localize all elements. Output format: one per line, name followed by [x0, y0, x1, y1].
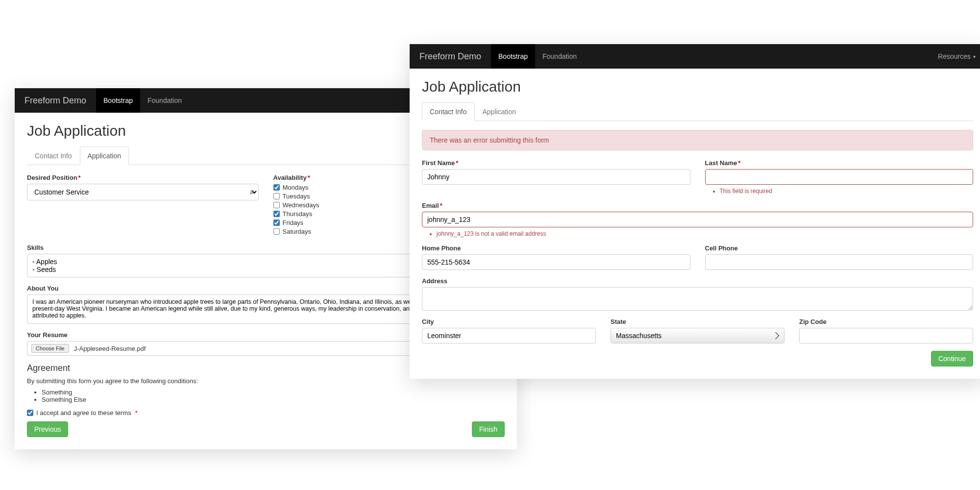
tab-contact-info[interactable]: Contact Info	[27, 147, 80, 165]
agreement-item: Something	[42, 389, 505, 396]
label-desired-position: Desired Position*	[27, 174, 259, 181]
field-zip: Zip Code	[799, 318, 973, 343]
label-cell-phone: Cell Phone	[705, 245, 974, 252]
label-zip: Zip Code	[799, 318, 973, 325]
availability-day-label: Thursdays	[283, 210, 313, 218]
nav-resources[interactable]: Resources ▾	[938, 52, 976, 60]
label-city: City	[422, 318, 596, 325]
caret-down-icon: ▾	[973, 54, 976, 59]
select-state[interactable]: Massachusetts	[611, 328, 784, 343]
error-banner: There was an error submitting this form	[422, 130, 973, 150]
checkbox-availability-tuesdays[interactable]	[273, 193, 280, 199]
finish-button[interactable]: Finish	[472, 421, 505, 437]
page-title: Job Application	[422, 78, 973, 95]
tab-contact-info[interactable]: Contact Info	[422, 102, 475, 121]
label-home-phone: Home Phone	[422, 245, 690, 252]
label-first-name: First Name*	[422, 159, 690, 167]
field-email: Email* johnny_a_123 is not a valid email…	[422, 202, 973, 237]
navbar-brand[interactable]: Freeform Demo	[24, 96, 86, 106]
tabs: Contact Info Application	[422, 102, 973, 121]
tab-application[interactable]: Application	[475, 102, 524, 121]
label-state: State	[611, 318, 784, 325]
label-email: Email*	[422, 202, 973, 209]
checkbox-availability-fridays[interactable]	[273, 220, 280, 226]
nav-item-bootstrap[interactable]: Bootstrap	[96, 88, 140, 113]
accept-terms-label: I accept and agree to these terms	[36, 409, 131, 416]
field-home-phone: Home Phone	[422, 245, 690, 270]
input-home-phone[interactable]	[422, 254, 690, 270]
label-last-name: Last Name*	[705, 159, 974, 167]
availability-day-label: Tuesdays	[283, 193, 310, 200]
accept-terms-line: I accept and agree to these terms *	[27, 409, 505, 416]
agreement-items: Something Something Else	[42, 389, 505, 403]
field-desired-position: Desired Position* Customer Service	[27, 174, 259, 237]
nav-item-foundation[interactable]: Foundation	[140, 88, 189, 113]
input-city[interactable]	[422, 328, 596, 343]
checkbox-availability-thursdays[interactable]	[273, 211, 280, 217]
input-first-name[interactable]	[422, 169, 690, 185]
textarea-address[interactable]	[422, 287, 973, 311]
checkbox-availability-saturdays[interactable]	[273, 228, 280, 235]
checkbox-availability-mondays[interactable]	[273, 184, 280, 191]
availability-day-label: Fridays	[283, 219, 304, 226]
continue-button[interactable]: Continue	[931, 351, 973, 367]
nav-item-foundation[interactable]: Foundation	[535, 44, 584, 69]
checkbox-accept-terms[interactable]	[27, 410, 33, 416]
input-cell-phone[interactable]	[705, 254, 974, 270]
selected-filename: J-Appleseed-Resume.pdf	[74, 345, 146, 352]
label-address: Address	[422, 277, 973, 285]
field-state: State Massachusetts	[611, 318, 784, 343]
agreement-item: Something Else	[42, 396, 505, 403]
error-email: johnny_a_123 is not a valid email addres…	[437, 230, 973, 237]
input-email[interactable]	[422, 212, 973, 227]
previous-button[interactable]: Previous	[27, 421, 68, 437]
input-last-name[interactable]	[705, 169, 974, 185]
choose-file-button[interactable]: Choose File	[31, 344, 69, 353]
field-first-name: First Name*	[422, 159, 690, 195]
error-last-name: This field is required	[720, 188, 974, 195]
field-city: City	[422, 318, 596, 343]
availability-day-label: Wednesdays	[283, 201, 319, 209]
navbar: Freeform Demo Bootstrap Foundation Resou…	[410, 44, 980, 69]
availability-day-label: Saturdays	[283, 228, 312, 235]
input-zip[interactable]	[799, 328, 973, 343]
panel-contact-info: Freeform Demo Bootstrap Foundation Resou…	[410, 44, 980, 379]
content-contact-info: Job Application Contact Info Application…	[410, 69, 980, 379]
availability-day-label: Mondays	[283, 184, 309, 191]
field-cell-phone: Cell Phone	[705, 245, 974, 270]
checkbox-availability-wednesdays[interactable]	[273, 202, 280, 208]
select-desired-position[interactable]: Customer Service	[27, 184, 259, 200]
field-address: Address	[422, 277, 973, 311]
field-last-name: Last Name* This field is required	[705, 159, 974, 195]
navbar-brand[interactable]: Freeform Demo	[419, 51, 481, 62]
tab-application[interactable]: Application	[80, 147, 129, 165]
nav-item-bootstrap[interactable]: Bootstrap	[491, 44, 535, 69]
